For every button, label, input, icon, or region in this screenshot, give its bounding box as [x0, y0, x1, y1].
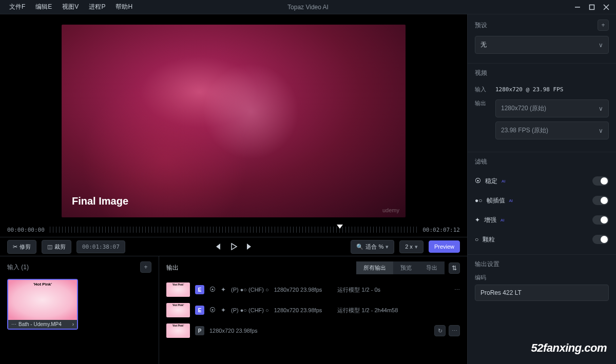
output-row[interactable]: E ⦿ ✦ (P) ●○ (CHF) ○ 1280x720 23.98fps 运…: [166, 300, 460, 320]
sparkle-icon: ✦: [221, 307, 226, 314]
add-preset-button[interactable]: +: [598, 19, 609, 31]
stabilize-toggle[interactable]: [592, 176, 609, 186]
video-title: 视频: [475, 69, 487, 77]
row-resolution: 1280x720 23.98fps: [209, 328, 258, 334]
preset-title: 预设: [475, 21, 487, 30]
preview-overlay-text: Final Image: [72, 195, 128, 207]
chevron-down-icon: ∨: [599, 105, 603, 112]
encoder-label: 编码: [475, 274, 609, 281]
scissors-icon: ✂: [13, 244, 17, 250]
row-resolution: 1280x720 23.98fps: [274, 287, 322, 293]
export-badge: E: [195, 285, 204, 294]
interpolate-icon: ●○: [475, 197, 483, 204]
tab-all-outputs[interactable]: 所有输出: [356, 261, 393, 274]
preset-select[interactable]: 无 ∨: [475, 36, 609, 54]
sort-icon: ⇅: [452, 265, 457, 272]
row-params: (P) ●○ (CHF) ○: [231, 287, 269, 293]
chevron-down-icon: ∨: [599, 42, 603, 49]
row-thumbnail: [166, 303, 190, 317]
timeline-start: 00:00:00:00: [7, 227, 45, 233]
add-input-button[interactable]: +: [140, 261, 151, 273]
reload-button[interactable]: ↻: [434, 325, 446, 336]
output-row[interactable]: E ⦿ ✦ (P) ●○ (CHF) ○ 1280x720 23.98fps 运…: [166, 279, 460, 300]
page-watermark: 52fanxing.com: [531, 341, 607, 355]
step-back-button[interactable]: [213, 242, 221, 251]
sparkle-icon: ✦: [221, 286, 226, 293]
fit-dropdown[interactable]: 🔍适合 %▾: [351, 240, 394, 254]
plus-icon: +: [144, 264, 147, 271]
more-icon[interactable]: ⋯: [11, 321, 16, 327]
preview-area: Final Image udemy: [0, 14, 467, 223]
current-timecode[interactable]: 00:01:38:07: [76, 240, 125, 253]
input-value: 1280x720 @ 23.98 FPS: [495, 86, 563, 93]
filter-stabilize[interactable]: ⦿稳定AI: [475, 171, 609, 191]
reload-icon: ↻: [438, 328, 442, 334]
chevron-down-icon: ∨: [599, 127, 603, 134]
preview-frame[interactable]: Final Image udemy: [62, 25, 406, 217]
row-status: 运行模型 1/2 - 0s: [337, 286, 380, 294]
output-label: 输出: [475, 99, 490, 107]
tab-export[interactable]: 导出: [419, 261, 445, 274]
interpolate-toggle[interactable]: [592, 196, 609, 205]
preview-badge: P: [195, 326, 204, 335]
more-button[interactable]: ⋯: [449, 325, 460, 336]
plus-icon: +: [601, 22, 605, 29]
chevron-right-icon[interactable]: ›: [72, 321, 74, 327]
menu-process[interactable]: 进程P: [84, 1, 110, 13]
menu-edit[interactable]: 编辑E: [30, 1, 57, 13]
grain-icon: ○: [475, 236, 478, 243]
magnify-icon: 🔍: [356, 244, 363, 250]
filters-title: 滤镜: [475, 157, 487, 166]
input-thumbnail[interactable]: ⋯Bath - Udemy.MP4›: [7, 279, 78, 330]
more-icon[interactable]: ⋯: [454, 287, 460, 293]
encoder-select[interactable]: ProRes 422 LT: [475, 285, 609, 301]
crop-button[interactable]: ◫裁剪: [42, 240, 71, 254]
sort-button[interactable]: ⇅: [449, 262, 460, 274]
export-badge: E: [195, 306, 204, 315]
output-resolution-select[interactable]: 1280x720 (原始) ∨: [495, 99, 609, 117]
input-panel-title: 输入 (1): [7, 263, 29, 272]
filter-interpolate[interactable]: ●○帧插值AI: [475, 191, 609, 210]
input-label: 输入: [475, 86, 490, 93]
row-thumbnail: [166, 282, 190, 297]
stabilize-icon: ⦿: [209, 307, 216, 314]
enhance-icon: ✦: [475, 216, 480, 224]
step-forward-button[interactable]: [246, 242, 254, 251]
zoom-dropdown[interactable]: 2 x▾: [399, 240, 424, 253]
output-panel-title: 输出: [166, 264, 179, 272]
svg-rect-1: [590, 5, 594, 9]
stabilize-icon: ⦿: [209, 286, 216, 293]
preview-button[interactable]: Preview: [429, 240, 460, 253]
stabilize-icon: ⦿: [475, 177, 481, 185]
thumbnail-filename: Bath - Udemy.MP4: [18, 321, 62, 327]
crop-icon: ◫: [47, 244, 52, 250]
timeline-track[interactable]: [50, 227, 417, 233]
app-title: Topaz Video AI: [287, 4, 329, 11]
enhance-toggle[interactable]: [592, 215, 609, 225]
grain-toggle[interactable]: [592, 235, 609, 244]
row-thumbnail: [166, 323, 190, 338]
menu-help[interactable]: 帮助H: [110, 1, 138, 13]
filter-grain[interactable]: ○颗粒: [475, 230, 609, 249]
close-button[interactable]: [603, 4, 610, 11]
timeline-end: 00:02:07:12: [422, 227, 460, 233]
thumbnail-image: [8, 280, 77, 320]
preview-watermark: udemy: [382, 207, 399, 213]
output-row[interactable]: P 1280x720 23.98fps ↻ ⋯: [166, 320, 460, 341]
play-button[interactable]: [229, 242, 238, 251]
row-params: (P) ●○ (CHF) ○: [231, 307, 269, 313]
row-status: 运行模型 1/2 - 2h44m58: [337, 307, 398, 314]
tab-preview[interactable]: 预览: [393, 261, 419, 274]
output-fps-select[interactable]: 23.98 FPS (原始) ∨: [495, 122, 609, 139]
playhead-icon[interactable]: [337, 225, 343, 229]
trim-button[interactable]: ✂修剪: [7, 240, 36, 254]
filter-enhance[interactable]: ✦增强AI: [475, 210, 609, 230]
menu-view[interactable]: 视图V: [57, 1, 84, 13]
maximize-button[interactable]: [588, 4, 595, 11]
more-icon: ⋯: [452, 328, 457, 334]
menu-file[interactable]: 文件F: [4, 1, 30, 13]
minimize-button[interactable]: [574, 4, 581, 11]
row-resolution: 1280x720 23.98fps: [274, 307, 322, 313]
output-settings-title: 输出设置: [475, 260, 499, 269]
